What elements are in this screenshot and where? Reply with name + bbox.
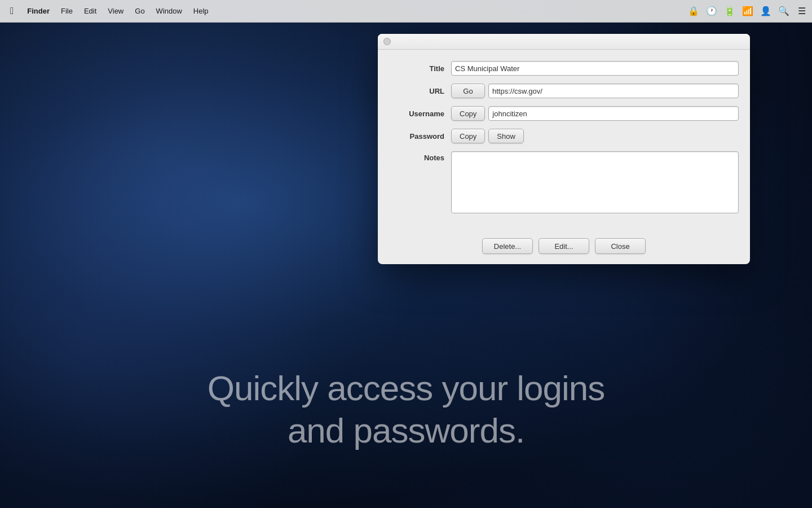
- time-machine-icon[interactable]: 🕐: [706, 6, 717, 16]
- go-button[interactable]: Go: [451, 84, 485, 98]
- url-input[interactable]: [488, 84, 739, 98]
- title-label: Title: [389, 64, 451, 73]
- desktop-tagline: Quickly access your logins and passwords…: [0, 367, 812, 452]
- url-row: URL Go: [389, 84, 739, 98]
- menubar-item-edit[interactable]: Edit: [78, 0, 102, 22]
- dialog-footer: Delete... Edit... Close: [378, 233, 750, 264]
- battery-icon[interactable]: 🔋: [724, 6, 735, 16]
- password-show-button[interactable]: Show: [488, 129, 524, 143]
- password-field-group: Copy Show: [451, 129, 739, 143]
- username-label: Username: [389, 110, 451, 118]
- menubar-item-help[interactable]: Help: [188, 0, 214, 22]
- title-input[interactable]: [451, 61, 739, 76]
- dialog-titlebar: [378, 34, 750, 50]
- desktop:  Finder File Edit View Go Window Help 🔒…: [0, 0, 812, 508]
- password-row: Password Copy Show: [389, 129, 739, 143]
- menubar-right-icons: 🔒 🕐 🔋 📶 👤 🔍 ☰: [688, 6, 807, 16]
- user-icon[interactable]: 👤: [760, 6, 771, 16]
- menubar:  Finder File Edit View Go Window Help 🔒…: [0, 0, 812, 23]
- search-icon[interactable]: 🔍: [778, 6, 789, 16]
- username-field-group: Copy: [451, 106, 739, 121]
- lock-icon[interactable]: 🔒: [688, 6, 699, 16]
- menubar-item-window[interactable]: Window: [151, 0, 188, 22]
- notes-field-group: [451, 151, 739, 213]
- title-field-group: [451, 61, 739, 76]
- notes-label: Notes: [389, 151, 451, 162]
- notes-row: Notes: [389, 151, 739, 213]
- password-copy-button[interactable]: Copy: [451, 129, 485, 143]
- password-label: Password: [389, 132, 451, 141]
- close-button[interactable]: Close: [595, 238, 646, 254]
- title-row: Title: [389, 61, 739, 76]
- menubar-item-go[interactable]: Go: [129, 0, 150, 22]
- notes-textarea[interactable]: [451, 151, 739, 213]
- url-field-group: Go: [451, 84, 739, 98]
- username-copy-button[interactable]: Copy: [451, 106, 485, 121]
- dialog-overlay: Title URL Go Username: [0, 23, 812, 508]
- url-label: URL: [389, 87, 451, 95]
- username-row: Username Copy: [389, 106, 739, 121]
- username-input[interactable]: [488, 106, 739, 121]
- password-dialog: Title URL Go Username: [378, 34, 750, 264]
- menubar-item-view[interactable]: View: [102, 0, 129, 22]
- notification-center-icon[interactable]: ☰: [796, 6, 807, 16]
- apple-icon: : [10, 6, 14, 17]
- edit-button[interactable]: Edit...: [539, 238, 589, 254]
- delete-button[interactable]: Delete...: [482, 238, 533, 254]
- wifi-icon[interactable]: 📶: [742, 6, 753, 16]
- dialog-content: Title URL Go Username: [378, 50, 750, 233]
- menubar-item-file[interactable]: File: [55, 0, 78, 22]
- menubar-item-finder[interactable]: Finder: [21, 0, 55, 22]
- apple-menu[interactable]: : [5, 0, 21, 22]
- traffic-light-close[interactable]: [383, 38, 391, 45]
